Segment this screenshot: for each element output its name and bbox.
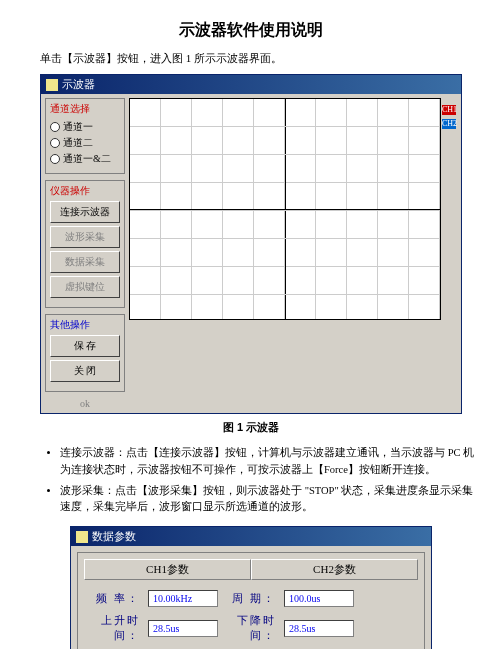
save-button[interactable]: 保 存 [50, 335, 120, 357]
window-icon [46, 79, 58, 91]
status-text: ok [45, 398, 125, 409]
instrument-ops-group: 仪器操作 连接示波器 波形采集 数据采集 虚拟键位 [45, 180, 125, 308]
intro-text: 单击【示波器】按钮，进入图 1 所示示波器界面。 [40, 51, 482, 66]
instruction-list: 连接示波器：点击【连接示波器】按钮，计算机与示波器建立通讯，当示波器与 PC 机… [60, 445, 482, 516]
plot-ticks-v [130, 99, 440, 319]
list-item: 连接示波器：点击【连接示波器】按钮，计算机与示波器建立通讯，当示波器与 PC 机… [60, 445, 482, 479]
tab-ch2-params[interactable]: CH2参数 [251, 559, 418, 580]
radio-icon [50, 138, 60, 148]
window-titlebar: 示波器 [41, 75, 461, 94]
tab-ch1-params[interactable]: CH1参数 [84, 559, 251, 580]
page-title: 示波器软件使用说明 [20, 20, 482, 41]
list-item: 波形采集：点击【波形采集】按钮，则示波器处于 "STOP" 状态，采集进度条显示… [60, 483, 482, 517]
connect-scope-button[interactable]: 连接示波器 [50, 201, 120, 223]
channel-group-title: 通道选择 [50, 102, 120, 116]
param-label: 周 期： [226, 591, 276, 606]
radio-icon [50, 154, 60, 164]
close-button[interactable]: 关 闭 [50, 360, 120, 382]
window-title: 示波器 [62, 77, 95, 92]
radio-label: 通道一 [63, 120, 93, 134]
params-frame: CH1参数 CH2参数 频 率：10.00kHz周 期：100.0us上升时间：… [77, 552, 425, 649]
waveform-plot: CH1 CH2 [129, 98, 441, 320]
radio-label: 通道二 [63, 136, 93, 150]
ch1-marker: CH1 [442, 105, 456, 115]
oscilloscope-window: 示波器 通道选择 通道一 通道二 通道一&二 仪器操作 [40, 74, 462, 414]
param-label: 频 率： [90, 591, 140, 606]
radio-channel-1[interactable]: 通道一 [50, 119, 120, 135]
param-value: 28.5us [284, 620, 354, 637]
data-params-window: 数据参数 CH1参数 CH2参数 频 率：10.00kHz周 期：100.0us… [70, 526, 432, 649]
figure-1-caption: 图 1 示波器 [20, 420, 482, 435]
params-grid: 频 率：10.00kHz周 期：100.0us上升时间：28.5us下降时间：2… [84, 586, 418, 649]
window-icon [76, 531, 88, 543]
param-value: 28.5us [148, 620, 218, 637]
waveform-collect-button[interactable]: 波形采集 [50, 226, 120, 248]
param-value: 100.0us [284, 590, 354, 607]
other-group-title: 其他操作 [50, 318, 120, 332]
radio-channel-both[interactable]: 通道一&二 [50, 151, 120, 167]
waveform-canvas-area: CH1 CH2 [129, 98, 457, 409]
instr-group-title: 仪器操作 [50, 184, 120, 198]
radio-icon [50, 122, 60, 132]
window-title: 数据参数 [92, 529, 136, 544]
param-value: 10.00kHz [148, 590, 218, 607]
other-ops-group: 其他操作 保 存 关 闭 [45, 314, 125, 392]
channel-select-group: 通道选择 通道一 通道二 通道一&二 [45, 98, 125, 174]
virtual-keys-button[interactable]: 虚拟键位 [50, 276, 120, 298]
param-label: 上升时间： [90, 613, 140, 643]
window-titlebar: 数据参数 [71, 527, 431, 546]
ch2-marker: CH2 [442, 119, 456, 129]
param-label: 下降时间： [226, 613, 276, 643]
radio-label: 通道一&二 [63, 152, 111, 166]
radio-channel-2[interactable]: 通道二 [50, 135, 120, 151]
data-collect-button[interactable]: 数据采集 [50, 251, 120, 273]
